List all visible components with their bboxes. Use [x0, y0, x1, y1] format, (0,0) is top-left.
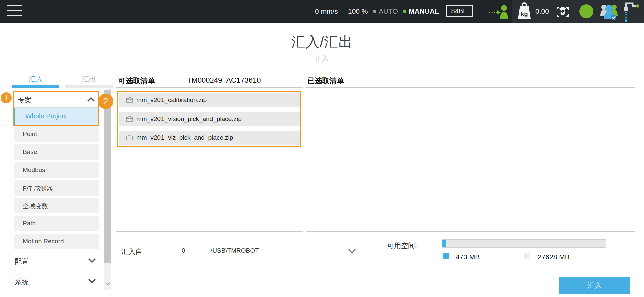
- manual-mode-label: MANUAL: [409, 0, 439, 23]
- folder-icon: [126, 97, 133, 104]
- available-files-highlight-group: mm_v201_calibration.zip mm_v201_vision_p…: [117, 91, 301, 147]
- free-space-legend-swatch: [524, 253, 530, 259]
- project-accordion-group: 专案 Whole Project: [13, 91, 99, 126]
- connection-status-icon[interactable]: [488, 0, 509, 23]
- import-button[interactable]: 汇入: [559, 277, 630, 294]
- sidebar-item-label: F/T 感测器: [23, 184, 53, 193]
- file-row-viz-pick-and-place[interactable]: mm_v201_viz_pick_and_place.zip: [119, 131, 300, 145]
- used-space-legend-swatch: [443, 253, 449, 259]
- file-name: mm_v201_calibration.zip: [136, 96, 207, 104]
- source-robot-name: TM000249_AC173610: [187, 76, 261, 85]
- sidebar-item-base[interactable]: Base: [14, 144, 99, 160]
- svg-text:kg: kg: [521, 11, 528, 17]
- robot-arm-icon[interactable]: [621, 0, 641, 23]
- divider: [13, 272, 99, 272]
- sidebar-item-label: Point: [23, 130, 37, 138]
- scrollbar-chevron-down-icon[interactable]: [104, 280, 111, 287]
- sidebar-item-label: Motion Record: [23, 238, 64, 245]
- import-export-screen: 0 mm/s 100 % AUTO MANUAL 84BE kg: [0, 0, 644, 297]
- file-row-calibration[interactable]: mm_v201_calibration.zip: [119, 93, 300, 107]
- accordion-header-system[interactable]: 系统: [13, 273, 99, 290]
- accordion-header-project[interactable]: 专案: [14, 92, 98, 108]
- import-from-label: 汇入自: [121, 247, 142, 256]
- import-source-dropdown[interactable]: 0 \USB\TMROBOT: [175, 243, 362, 259]
- tab-import-underline: [12, 85, 59, 88]
- speed-percentage: 100 %: [348, 0, 368, 23]
- tab-import[interactable]: 汇入: [12, 74, 59, 88]
- accordion-header-config[interactable]: 配置: [13, 252, 99, 269]
- sidebar-scrollbar-thumb[interactable]: [104, 90, 111, 263]
- top-status-bar: 0 mm/s 100 % AUTO MANUAL 84BE kg: [0, 0, 644, 23]
- system-section-label: 系统: [15, 277, 29, 287]
- menu-hamburger-button[interactable]: [7, 4, 23, 18]
- folder-icon: [126, 134, 133, 142]
- drive-path: \USB\TMROBOT: [211, 247, 259, 254]
- used-space-value: 473 MB: [456, 253, 480, 261]
- disk-space-progress-bar: [442, 239, 606, 248]
- tab-import-label: 汇入: [29, 75, 43, 83]
- chevron-down-icon: [88, 257, 96, 265]
- speed-readout: 0 mm/s: [315, 0, 338, 23]
- page-subtitle: 汇入: [0, 54, 644, 63]
- file-name: mm_v201_vision_pick_and_place.zip: [136, 115, 242, 123]
- sidebar-item-whole-project[interactable]: Whole Project: [14, 108, 98, 125]
- chevron-up-icon: [87, 96, 95, 104]
- step-badge-1: 1: [1, 92, 12, 103]
- available-space-label: 可用空间:: [387, 241, 417, 250]
- hamburger-bar: [7, 5, 22, 6]
- config-section-label: 配置: [15, 257, 29, 266]
- vision-focus-icon[interactable]: [555, 0, 571, 23]
- hamburger-bar: [7, 15, 22, 16]
- step-badge-2: 2: [98, 94, 113, 109]
- divider: [13, 269, 99, 269]
- manual-mode-dot: [403, 10, 406, 13]
- robot-id-badge: 84BE: [446, 5, 473, 17]
- accordion-project-label: 专案: [18, 95, 32, 105]
- file-name: mm_v201_viz_pick_and_place.zip: [136, 134, 233, 141]
- sidebar-item-ft-sensor[interactable]: F/T 感测器: [14, 180, 99, 196]
- sidebar-item-label: 全域变数: [23, 202, 48, 211]
- free-space-value: 27628 MB: [538, 253, 570, 261]
- divider: [13, 252, 99, 252]
- sidebar-item-label: Base: [23, 148, 37, 156]
- payload-value: 0.00: [535, 0, 549, 23]
- payload-kg-icon[interactable]: kg: [517, 0, 531, 23]
- sidebar-item-point[interactable]: Point: [14, 126, 99, 142]
- tab-export-underline: [65, 85, 113, 88]
- selected-list-header: 已选取清单: [307, 76, 344, 86]
- page-title: 汇入/汇出: [0, 33, 644, 51]
- mode-auto-indicator: AUTO: [373, 0, 398, 23]
- dropdown-chevron-down-icon: [347, 247, 357, 256]
- hamburger-bar: [7, 10, 22, 11]
- sidebar-item-motion-record[interactable]: Motion Record: [14, 234, 99, 249]
- status-circle-icon[interactable]: [579, 0, 594, 23]
- mode-manual-indicator: MANUAL: [403, 0, 439, 23]
- auto-mode-dot: [373, 10, 376, 13]
- auto-mode-label: AUTO: [379, 0, 398, 23]
- sidebar-item-label: Path: [23, 220, 36, 227]
- sidebar-item-label: Modbus: [23, 166, 45, 174]
- whole-project-label: Whole Project: [25, 112, 67, 120]
- sidebar-item-modbus[interactable]: Modbus: [14, 162, 99, 178]
- selected-files-panel: [306, 87, 635, 232]
- users-group-icon[interactable]: [599, 0, 619, 23]
- drive-index: 0: [182, 247, 185, 254]
- chevron-down-icon: [88, 278, 96, 286]
- tab-export[interactable]: 汇出: [65, 74, 113, 88]
- available-list-header: 可选取清单: [118, 76, 155, 86]
- disk-space-used-fill: [442, 240, 446, 247]
- sidebar-item-global-variables[interactable]: 全域变数: [14, 198, 99, 213]
- file-row-vision-pick-and-place[interactable]: mm_v201_vision_pick_and_place.zip: [119, 112, 300, 126]
- tab-export-label: 汇出: [82, 75, 96, 83]
- folder-icon: [126, 116, 133, 123]
- sidebar-item-path[interactable]: Path: [14, 216, 99, 231]
- sidebar-scrollbar[interactable]: [104, 89, 111, 290]
